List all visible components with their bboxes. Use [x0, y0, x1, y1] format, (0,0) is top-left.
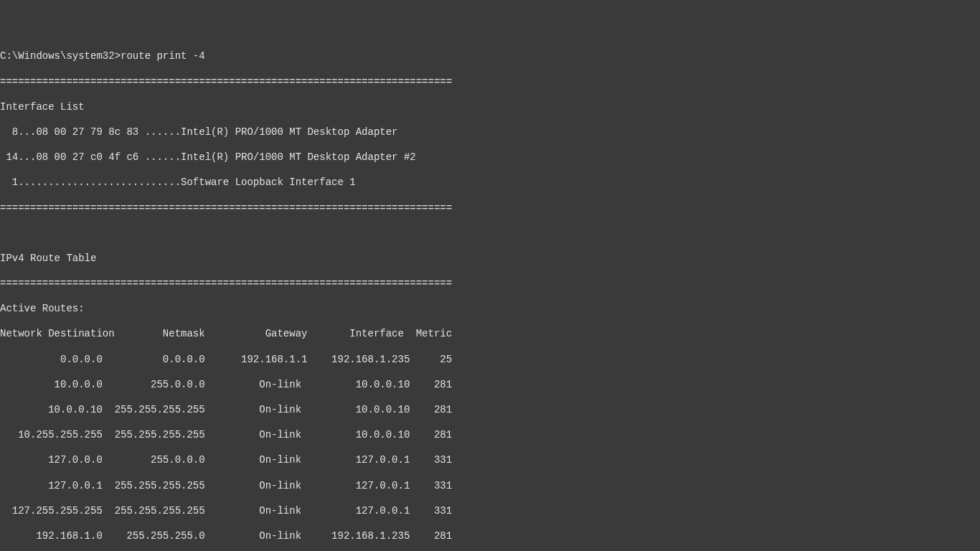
route-table-header: IPv4 Route Table: [0, 253, 980, 265]
blank-line: [0, 227, 980, 240]
route-row: 0.0.0.0 0.0.0.0 192.168.1.1 192.168.1.23…: [0, 354, 980, 367]
interface-row: 14...08 00 27 c0 4f c6 ......Intel(R) PR…: [0, 151, 980, 164]
divider: ========================================…: [0, 202, 980, 215]
route-row: 10.0.0.0 255.0.0.0 On-link 10.0.0.10 281: [0, 379, 980, 392]
prompt-line-1: C:\Windows\system32>route print -4: [0, 50, 980, 63]
interface-row: 1...........................Software Loo…: [0, 176, 980, 189]
divider: ========================================…: [0, 76, 980, 89]
interface-row: 8...08 00 27 79 8c 83 ......Intel(R) PRO…: [0, 126, 980, 139]
divider: ========================================…: [0, 278, 980, 291]
route-row: 127.255.255.255 255.255.255.255 On-link …: [0, 505, 980, 518]
active-routes-label: Active Routes:: [0, 303, 980, 316]
route-row: 127.0.0.1 255.255.255.255 On-link 127.0.…: [0, 480, 980, 493]
interface-list-header: Interface List: [0, 101, 980, 114]
command-input[interactable]: route print -4: [121, 50, 205, 62]
route-row: 192.168.1.0 255.255.255.0 On-link 192.16…: [0, 530, 980, 543]
route-columns-header: Network Destination Netmask Gateway Inte…: [0, 328, 980, 341]
route-row: 10.255.255.255 255.255.255.255 On-link 1…: [0, 429, 980, 442]
route-row: 127.0.0.0 255.0.0.0 On-link 127.0.0.1 33…: [0, 454, 980, 467]
prompt-path: C:\Windows\system32>: [0, 50, 121, 62]
route-row: 10.0.0.10 255.255.255.255 On-link 10.0.0…: [0, 404, 980, 417]
